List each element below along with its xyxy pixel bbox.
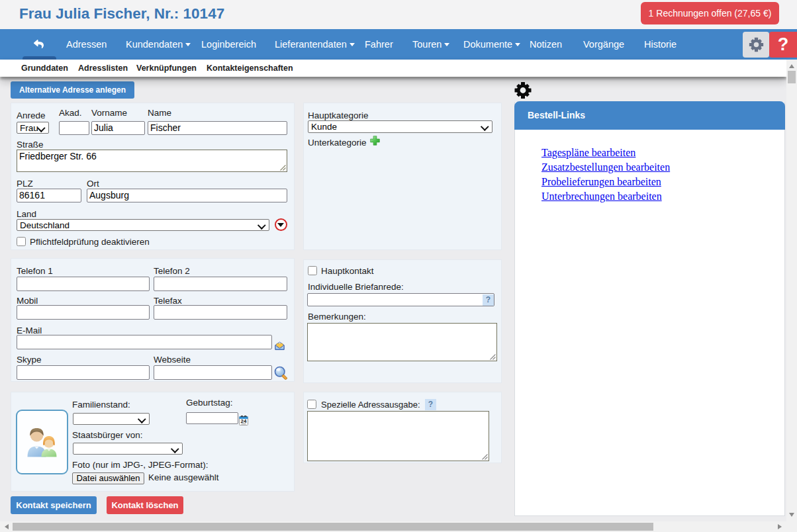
svg-text:24: 24: [241, 418, 247, 424]
